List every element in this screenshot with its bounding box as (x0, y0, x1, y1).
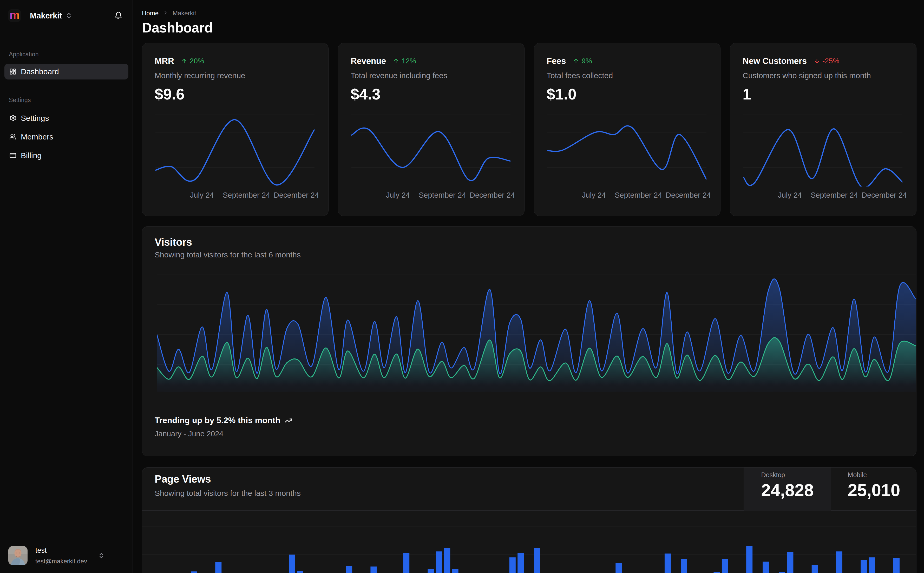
svg-text:m: m (9, 9, 19, 21)
